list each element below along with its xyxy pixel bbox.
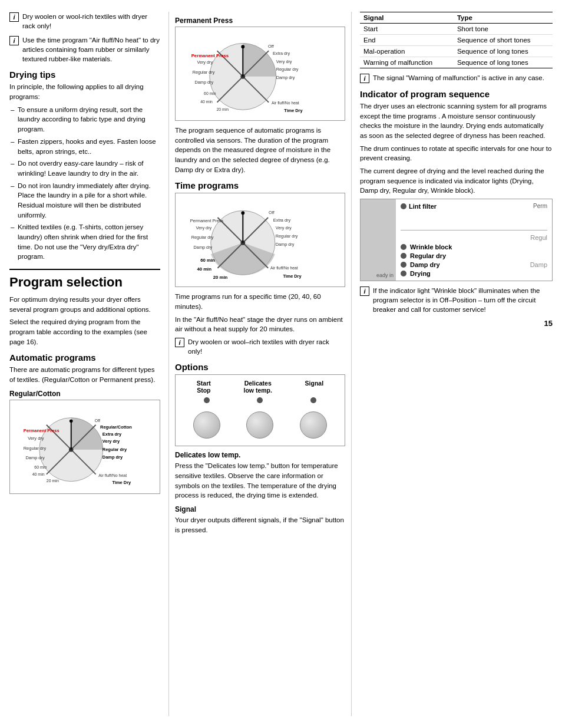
wrinkle-dot (401, 244, 406, 250)
type-cell: Sequence of long tones (454, 57, 553, 68)
time-programs-text1: Time programs run for a specific time (2… (175, 292, 345, 311)
signal-cell: Warning of malfunction (360, 57, 454, 68)
svg-text:Time Dry: Time Dry (284, 108, 303, 113)
info-text-wrinkle: If the indicator light "Wrinkle block" i… (373, 286, 553, 314)
indicator-top: Lint filter Perm (401, 203, 547, 210)
svg-text:Extra dry: Extra dry (273, 218, 291, 223)
signal-title: Signal (175, 505, 345, 513)
damp-dry-dot (401, 262, 406, 268)
table-row: Warning of malfunction Sequence of long … (360, 57, 553, 68)
regul-right: Regul (530, 234, 547, 241)
svg-text:Regular dry: Regular dry (193, 70, 215, 75)
ready-in-text: eady in (376, 272, 394, 278)
svg-text:Air fluff/No heat: Air fluff/No heat (98, 473, 127, 477)
list-item: Do not overdry easy-care laundry – risk … (9, 159, 160, 178)
indicator-text2: The drum continues to rotate at specific… (360, 144, 553, 163)
svg-text:Damp dry: Damp dry (276, 75, 295, 80)
info-box-1: i Dry woolen or wool-rich textiles with … (9, 12, 160, 31)
svg-text:Time Dry: Time Dry (283, 274, 302, 279)
indicator-title: Indicator of program sequence (360, 89, 553, 99)
signal-table: Signal Type Start Short tone End Sequenc… (360, 12, 553, 68)
svg-text:Regular/Cotton: Regular/Cotton (100, 424, 132, 430)
svg-point-26 (241, 45, 244, 48)
options-header: StartStop Delicateslow temp. Signal (180, 380, 340, 394)
section-divider (9, 269, 160, 270)
svg-text:Regular dry: Regular dry (276, 233, 298, 239)
regular-dry-dot (401, 253, 406, 259)
indicator-right-panel: Lint filter Perm Regul Wrinkle block (396, 199, 552, 281)
svg-text:Very dry: Very dry (103, 439, 120, 444)
svg-text:Off: Off (268, 44, 275, 49)
info-text-2: Use the time program "Air fluff/No heat"… (22, 35, 160, 64)
svg-point-46 (241, 212, 244, 215)
drying-row: Drying (401, 270, 547, 277)
info-box-wool: i Dry woolen or wool–rich textiles with … (175, 337, 345, 356)
info-icon-2: i (9, 36, 19, 45)
drying-dot (401, 271, 406, 276)
svg-text:60 min: 60 min (200, 258, 215, 263)
svg-text:20 min: 20 min (47, 479, 59, 483)
damp-dry-label: Damp dry (410, 261, 440, 268)
svg-text:Air fluff/No heat: Air fluff/No heat (272, 101, 299, 105)
regular-cotton-dial: Permanent Press Very dry Regular dry Dam… (9, 400, 160, 494)
option-label-signal: Signal (305, 380, 324, 394)
option-buttons (180, 409, 340, 441)
svg-text:Very dry: Very dry (28, 435, 44, 440)
signal-cell: Mal-operation (360, 46, 454, 57)
table-row: Start Short tone (360, 24, 553, 35)
indicator-left-panel: eady in (361, 199, 396, 281)
drying-tips-list: To ensure a uniform drying result, sort … (9, 105, 160, 262)
time-programs-title: Time programs (175, 180, 345, 190)
page: i Dry woolen or wool-rich textiles with … (0, 0, 562, 728)
automatic-programs-title: Automatic programs (9, 353, 160, 363)
svg-text:Permanent Press: Permanent Press (190, 218, 224, 223)
permanent-press-title: Permanent Press (175, 17, 345, 25)
indicator-text1: The dryer uses an electronic scanning sy… (360, 101, 553, 141)
damp-right: Damp (530, 261, 547, 268)
list-item: Knitted textiles (e.g. T-shirts, cotton … (9, 222, 160, 262)
delicates-button[interactable] (246, 411, 273, 439)
list-item: Fasten zippers, hooks and eyes. Fasten l… (9, 137, 160, 156)
pp-dial-svg: Permanent Press Very dry Regular dry Dam… (179, 31, 341, 117)
svg-text:40 min: 40 min (32, 472, 45, 476)
svg-text:Damp dry: Damp dry (103, 454, 123, 459)
indicator-panel: eady in Lint filter Perm Regul (360, 199, 553, 281)
wrinkle-block-row: Wrinkle block (401, 243, 547, 251)
dot-signal (310, 397, 316, 403)
middle-column: Permanent Press Permanent Press Very dry… (168, 12, 351, 716)
automatic-programs-text: There are automatic programs for differe… (9, 365, 160, 384)
svg-text:40 min: 40 min (197, 266, 211, 272)
signal-cell: Start (360, 24, 454, 35)
svg-point-5 (70, 419, 73, 423)
svg-text:20 min: 20 min (217, 107, 229, 111)
info-box-signal: i The signal "Warning of malfunction" is… (360, 73, 553, 83)
option-label-delicates: Delicateslow temp. (243, 380, 272, 394)
svg-text:Damp dry: Damp dry (276, 242, 295, 247)
svg-text:Very dry: Very dry (276, 226, 292, 231)
info-icon-1: i (9, 12, 19, 22)
svg-text:Very dry: Very dry (197, 60, 213, 65)
info-icon-wool: i (175, 338, 184, 347)
svg-text:Damp dry: Damp dry (195, 80, 214, 85)
delicates-text: Press the "Delicates low temp." button f… (175, 461, 345, 500)
svg-text:Time Dry: Time Dry (113, 480, 132, 485)
drying-label: Drying (410, 270, 431, 277)
info-text-wool: Dry woolen or wool–rich textiles with dr… (188, 337, 345, 356)
start-stop-button[interactable] (193, 411, 220, 439)
regular-cotton-title: Regular/Cotton (9, 390, 160, 398)
svg-text:20 min: 20 min (213, 275, 228, 281)
svg-text:Regular dry: Regular dry (103, 446, 127, 452)
lint-filter: Lint filter (401, 203, 437, 210)
info-text-1: Dry woolen or wool-rich textiles with dr… (22, 12, 160, 31)
svg-text:Very dry: Very dry (196, 226, 211, 231)
permanent-press-intro: The program sequence of automatic progra… (175, 126, 345, 174)
options-title: Options (175, 362, 345, 372)
signal-button[interactable] (300, 411, 327, 439)
svg-text:Damp dry: Damp dry (194, 245, 213, 250)
dot-delicates (257, 397, 263, 403)
options-box: StartStop Delicateslow temp. Signal (175, 374, 345, 446)
table-row: End Sequence of short tones (360, 35, 553, 46)
damp-dry-row: Damp dry (401, 261, 530, 268)
regular-dry-label: Regular dry (410, 252, 446, 259)
time-programs-dial: Permanent Press Very dry Regular dry Dam… (175, 193, 345, 287)
